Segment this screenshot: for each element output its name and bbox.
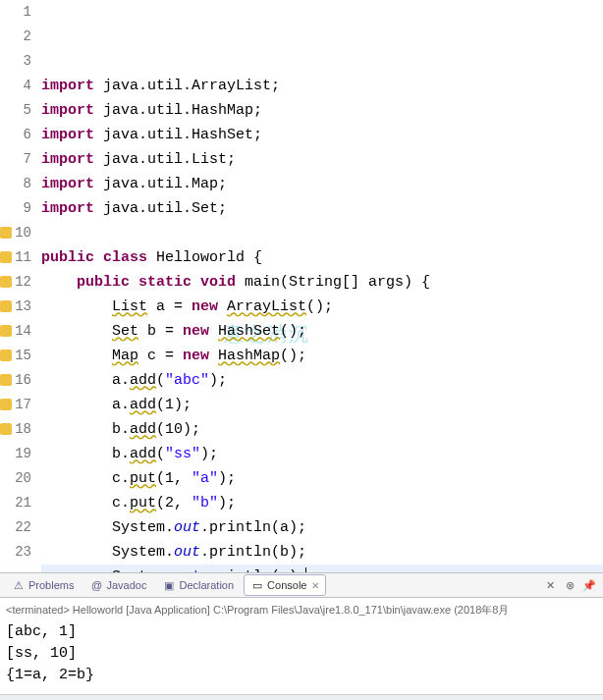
- line-number: 18: [4, 417, 31, 442]
- code-line[interactable]: public class Helloworld {: [41, 245, 603, 270]
- bottom-tabs: ⚠Problems@Javadoc▣Declaration▭Console✕✕⊗…: [0, 572, 603, 598]
- code-line[interactable]: public static void main(String[] args) {: [41, 270, 603, 295]
- line-number: 6: [4, 123, 31, 147]
- code-line[interactable]: b.add(10);: [41, 417, 603, 442]
- line-number: 14: [4, 319, 31, 344]
- code-line[interactable]: Set b = new HashSet();: [41, 319, 603, 344]
- code-line[interactable]: Map c = new HashMap();: [41, 344, 603, 368]
- code-area[interactable]: 意之消沉 import java.util.ArrayList;import j…: [37, 0, 603, 572]
- console-terminated-line: <terminated> Helloworld [Java Applicatio…: [6, 600, 597, 619]
- code-line[interactable]: System.out.println(b);: [41, 540, 603, 565]
- code-line[interactable]: a.add("abc");: [41, 368, 603, 393]
- line-number: 15: [4, 344, 31, 368]
- code-line[interactable]: System.out.println(a);: [41, 515, 603, 540]
- line-number: 17: [4, 393, 31, 417]
- line-number-gutter: 1234567891011121314151617181920212223: [4, 0, 37, 572]
- console-panel: <terminated> Helloworld [Java Applicatio…: [0, 598, 603, 694]
- line-number: 10: [4, 221, 31, 245]
- line-number: 9: [4, 196, 31, 221]
- code-line[interactable]: import java.util.Map;: [41, 172, 603, 196]
- line-number: 5: [4, 98, 31, 123]
- console-output: [abc, 1] [ss, 10] {1=a, 2=b}: [6, 621, 597, 686]
- tab-console[interactable]: ▭Console✕: [244, 574, 326, 596]
- tab-label: Javadoc: [106, 579, 146, 591]
- line-number: 2: [4, 25, 31, 49]
- code-line[interactable]: c.put(1, "a");: [41, 466, 603, 491]
- tab-declaration[interactable]: ▣Declaration: [156, 575, 240, 595]
- code-line[interactable]: List a = new ArrayList();: [41, 295, 603, 319]
- javadoc-icon: @: [89, 578, 103, 592]
- problems-icon: ⚠: [12, 578, 26, 592]
- line-number: 1: [4, 0, 31, 25]
- line-number: 22: [4, 515, 31, 540]
- pin-icon[interactable]: 📌: [581, 577, 597, 593]
- code-line[interactable]: import java.util.ArrayList;: [41, 74, 603, 98]
- code-line[interactable]: [41, 221, 603, 245]
- tab-label: Console: [267, 579, 306, 591]
- bottom-border: [0, 694, 603, 700]
- close-icon[interactable]: ✕: [311, 580, 319, 591]
- line-number: 21: [4, 491, 31, 515]
- line-number: 7: [4, 147, 31, 172]
- line-number: 16: [4, 368, 31, 393]
- code-line[interactable]: System.out.println(c);: [41, 565, 603, 572]
- declaration-icon: ▣: [162, 578, 176, 592]
- code-line[interactable]: import java.util.HashMap;: [41, 98, 603, 123]
- line-number: 4: [4, 74, 31, 98]
- line-number: 13: [4, 295, 31, 319]
- console-icon: ▭: [250, 578, 264, 592]
- code-line[interactable]: import java.util.List;: [41, 147, 603, 172]
- line-number: 19: [4, 442, 31, 466]
- text-cursor: [305, 567, 306, 572]
- code-editor[interactable]: 1234567891011121314151617181920212223 意之…: [0, 0, 603, 572]
- code-line[interactable]: import java.util.HashSet;: [41, 123, 603, 147]
- code-line[interactable]: import java.util.Set;: [41, 196, 603, 221]
- tab-label: Declaration: [179, 579, 234, 591]
- tab-javadoc[interactable]: @Javadoc: [83, 575, 152, 595]
- line-number: 23: [4, 540, 31, 565]
- remove-all-icon[interactable]: ⊗: [562, 577, 577, 593]
- line-number: 8: [4, 172, 31, 196]
- line-number: 3: [4, 49, 31, 74]
- tab-label: Problems: [28, 579, 74, 591]
- code-line[interactable]: c.put(2, "b");: [41, 491, 603, 515]
- remove-launch-icon[interactable]: ✕: [542, 577, 558, 593]
- line-number: 20: [4, 466, 31, 491]
- line-number: 12: [4, 270, 31, 295]
- code-line[interactable]: b.add("ss");: [41, 442, 603, 466]
- code-line[interactable]: a.add(1);: [41, 393, 603, 417]
- tab-problems[interactable]: ⚠Problems: [6, 575, 80, 595]
- line-number: 11: [4, 245, 31, 270]
